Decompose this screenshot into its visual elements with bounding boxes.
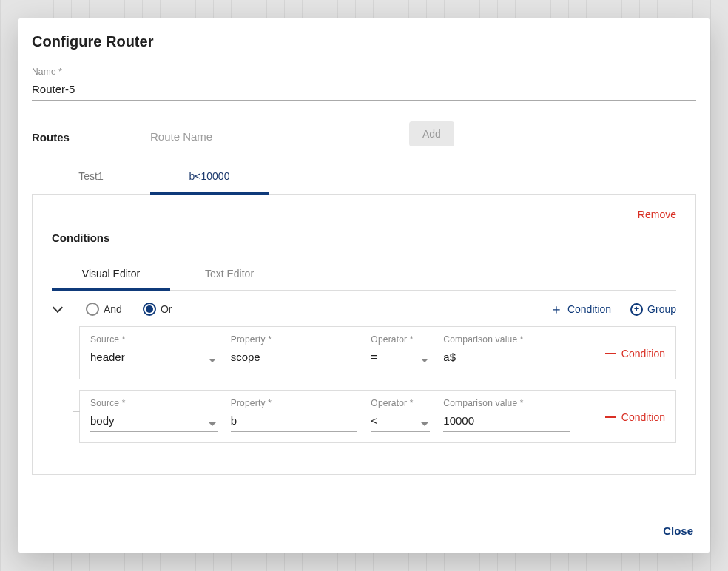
conditions-group: Source Property Operator — [73, 326, 676, 443]
remove-condition-button[interactable]: Condition — [584, 411, 665, 432]
remove-route-link[interactable]: Remove — [638, 209, 676, 220]
radio-and-label: And — [104, 303, 122, 315]
route-name-field — [150, 127, 380, 149]
name-input[interactable] — [32, 81, 696, 101]
source-field: Source — [90, 398, 218, 432]
source-field: Source — [90, 334, 218, 368]
property-field: Property — [231, 334, 358, 368]
condition-row: Source Property Operator — [79, 390, 676, 443]
property-input[interactable] — [231, 349, 358, 368]
remove-condition-button[interactable]: Condition — [584, 348, 665, 368]
add-condition-button[interactable]: ＋ Condition — [550, 303, 611, 315]
radio-or[interactable]: Or — [143, 303, 172, 316]
source-label: Source — [90, 334, 218, 345]
routes-heading: Routes — [32, 131, 121, 149]
operator-label: Operator — [371, 398, 430, 408]
comparison-label: Comparison value — [443, 398, 570, 408]
name-label: Name — [32, 67, 696, 77]
source-select[interactable] — [90, 413, 218, 432]
property-input[interactable] — [231, 413, 358, 432]
conditions-heading: Conditions — [52, 232, 676, 244]
add-condition-label: Condition — [567, 303, 611, 315]
route-tab-b-lt-10000[interactable]: b<10000 — [150, 160, 269, 195]
source-label: Source — [90, 398, 218, 408]
add-group-label: Group — [647, 303, 676, 315]
radio-and[interactable]: And — [86, 303, 122, 316]
add-route-button[interactable]: Add — [409, 121, 454, 146]
condition-row: Source Property Operator — [79, 326, 676, 379]
dialog-body: Configure Router Name Routes Add Test1 b… — [18, 18, 710, 514]
routes-header-row: Routes Add — [32, 121, 696, 149]
radio-circle-icon — [143, 303, 156, 316]
comparison-input[interactable] — [443, 413, 570, 432]
collapse-toggle-icon[interactable] — [52, 303, 64, 315]
plus-icon: ＋ — [550, 304, 563, 314]
condition-toolbar: ＋ Condition + Group — [550, 303, 676, 316]
property-label: Property — [231, 334, 358, 345]
routes-tabs: Test1 b<10000 — [32, 160, 696, 195]
source-select[interactable] — [90, 349, 218, 368]
comparison-input[interactable] — [443, 349, 570, 368]
name-field: Name — [32, 67, 696, 101]
comparison-field: Comparison value — [443, 334, 570, 368]
tab-visual-editor[interactable]: Visual Editor — [52, 259, 170, 291]
operator-label: Operator — [371, 334, 430, 345]
operator-field: Operator — [371, 398, 430, 432]
editor-tabs: Visual Editor Text Editor — [52, 259, 676, 291]
comparison-label: Comparison value — [443, 334, 570, 345]
remove-condition-label: Condition — [621, 348, 665, 359]
property-label: Property — [231, 398, 358, 408]
add-group-button[interactable]: + Group — [630, 303, 676, 316]
radio-or-label: Or — [161, 303, 172, 315]
circle-plus-icon: + — [630, 303, 643, 316]
comparison-field: Comparison value — [443, 398, 570, 432]
minus-icon — [605, 416, 616, 418]
dialog-footer: Close — [18, 514, 710, 553]
logic-row: And Or ＋ Condition + Group — [52, 303, 676, 316]
property-field: Property — [231, 398, 358, 432]
route-name-input[interactable] — [150, 127, 380, 149]
route-tab-test1[interactable]: Test1 — [32, 160, 150, 195]
operator-select[interactable] — [371, 349, 430, 368]
tab-text-editor[interactable]: Text Editor — [170, 259, 289, 291]
radio-circle-icon — [86, 303, 99, 316]
dialog-title: Configure Router — [32, 33, 696, 50]
operator-select[interactable] — [371, 413, 430, 432]
close-button[interactable]: Close — [663, 524, 693, 537]
minus-icon — [605, 353, 616, 354]
route-pane: Remove Conditions Visual Editor Text Edi… — [32, 195, 696, 475]
remove-condition-label: Condition — [621, 411, 665, 423]
operator-field: Operator — [371, 334, 430, 368]
configure-router-dialog: Configure Router Name Routes Add Test1 b… — [18, 18, 710, 553]
remove-route-row: Remove — [52, 208, 676, 221]
